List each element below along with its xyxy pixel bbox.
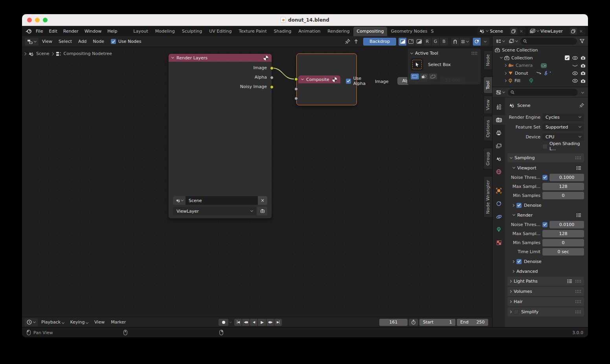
tab-render[interactable] (492, 115, 505, 125)
scene-selector[interactable]: Scene × (478, 27, 525, 35)
workspace-tab-modeling[interactable]: Modeling (152, 27, 178, 36)
render-layers-node-header[interactable]: Render Layers (169, 54, 272, 62)
color-alpha-channel-button[interactable] (399, 38, 407, 46)
render-denoise-row[interactable]: Denoise (507, 257, 584, 266)
expand-icon[interactable] (500, 56, 503, 59)
particles-badge-icon[interactable] (536, 71, 541, 75)
viewport-noise-threshold-value[interactable]: 0.1000 (549, 174, 584, 181)
render-subpanel-header[interactable]: Render (507, 211, 584, 219)
new-scene-button[interactable] (510, 28, 517, 35)
workspace-tab-sculpting[interactable]: Sculpting (178, 27, 206, 36)
preset-list-icon[interactable] (576, 166, 581, 170)
sidebar-tab-node-wrangler[interactable]: Node Wrangler (483, 176, 492, 218)
frame-end-field[interactable]: End 250 (457, 319, 488, 326)
light-data-badge-icon[interactable] (529, 78, 534, 83)
tab-texture[interactable] (492, 238, 505, 247)
expand-icon[interactable] (504, 64, 507, 67)
sampling-panel-header[interactable]: Sampling (507, 153, 584, 162)
outliner-row-scene-collection[interactable]: Scene Collection (492, 46, 588, 54)
collapse-arrow-icon[interactable] (23, 52, 26, 55)
properties-options-dropdown[interactable] (581, 91, 584, 94)
socket-z-input[interactable] (294, 97, 298, 100)
collapse-node-icon[interactable] (171, 56, 174, 59)
render-min-samples-value[interactable]: 0 (542, 239, 584, 246)
workspace-tab-uv-editing[interactable]: UV Editing (206, 27, 235, 36)
frame-start-field[interactable]: Start 1 (419, 319, 456, 326)
disable-render-icon[interactable] (581, 71, 586, 75)
menu-edit[interactable]: Edit (46, 27, 60, 35)
current-frame-field[interactable]: 161 (379, 319, 408, 326)
new-viewlayer-button[interactable] (570, 28, 577, 35)
alpha-channel-button[interactable] (415, 38, 423, 46)
timeline-editor-type-button[interactable] (24, 318, 38, 326)
preset-list-icon[interactable] (567, 279, 572, 283)
disable-render-icon[interactable] (581, 56, 586, 60)
sidebar-tab-group[interactable]: Group (483, 148, 492, 169)
menu-render[interactable]: Render (61, 27, 81, 35)
timeline-menu-view[interactable]: View (92, 318, 107, 326)
eye-open-icon[interactable] (572, 72, 578, 75)
next-keyframe-button[interactable]: ◆▶ (266, 319, 274, 326)
node-menu-add[interactable]: Add (75, 37, 89, 46)
node-menu-view[interactable]: View (39, 37, 55, 46)
render-denoise-checkbox[interactable] (516, 259, 522, 264)
render-single-layer-button[interactable] (257, 207, 267, 215)
workspace-tab-animation[interactable]: Animation (295, 27, 324, 36)
sidebar-tab-options[interactable]: Options (483, 116, 492, 142)
red-channel-button[interactable]: R (423, 38, 432, 46)
properties-editor-type-button[interactable] (494, 88, 506, 96)
previous-keyframe-button[interactable]: ◀◆ (242, 319, 250, 326)
socket-noisy-image-output[interactable] (270, 85, 274, 89)
play-reverse-button[interactable]: ◀ (250, 319, 257, 326)
socket-alpha-input[interactable] (294, 87, 298, 91)
workspace-tab-shading[interactable]: Shading (270, 27, 295, 36)
overlays-dropdown[interactable] (481, 38, 489, 46)
workspace-tab-texture-paint[interactable]: Texture Paint (235, 27, 270, 36)
advanced-subpanel-header[interactable]: Advanced (507, 267, 584, 276)
render-layers-scene-field[interactable]: Scene × (173, 196, 267, 205)
tab-scene[interactable] (492, 154, 505, 164)
pin-icon[interactable] (579, 103, 584, 108)
tab-tool[interactable] (492, 102, 505, 112)
close-window-button[interactable] (27, 18, 32, 22)
properties-search-input[interactable] (508, 89, 578, 96)
workspace-tab-scripting-cut[interactable]: S (431, 27, 434, 36)
camera-data-badge-icon[interactable] (541, 63, 547, 68)
outliner-row-collection[interactable]: Collection (492, 54, 588, 62)
tab-view-layer[interactable] (492, 141, 505, 151)
outliner-display-mode-button[interactable] (494, 37, 506, 45)
hair-panel-header[interactable]: Hair (507, 297, 584, 306)
tab-constraints[interactable] (492, 199, 505, 208)
render-noise-threshold-value[interactable]: 0.0100 (549, 221, 584, 228)
clear-scene-button[interactable]: × (258, 196, 267, 205)
simplify-checkbox[interactable] (514, 309, 519, 314)
workspace-tab-compositing[interactable]: Compositing (353, 27, 388, 36)
drag-handle[interactable] (575, 300, 581, 303)
render-layers-viewlayer-dropdown[interactable]: ViewLayer (173, 207, 256, 215)
render-noise-threshold-checkbox[interactable] (542, 222, 548, 227)
timeline-menu-marker[interactable]: Marker (108, 318, 129, 326)
time-limit-value[interactable]: 0 sec (542, 248, 584, 256)
outliner-row-fill[interactable]: Fill (492, 77, 588, 85)
unlink-scene-icon[interactable]: × (519, 29, 524, 34)
blue-channel-button[interactable]: B (440, 38, 448, 46)
remove-viewlayer-icon[interactable]: × (579, 29, 584, 34)
green-channel-button[interactable]: G (432, 38, 440, 46)
socket-alpha-output[interactable] (270, 76, 274, 79)
use-alpha-checkbox[interactable] (346, 79, 351, 84)
node-canvas[interactable]: Scene Compositing Nodetree Render Layers… (22, 47, 492, 317)
feature-set-dropdown[interactable]: Supported (542, 123, 584, 131)
snap-magnet-icon[interactable] (451, 38, 459, 46)
select-mode-extend-button[interactable] (420, 74, 428, 79)
tab-object-data[interactable] (492, 225, 505, 234)
socket-image-output[interactable] (270, 66, 274, 70)
auto-keying-button[interactable] (219, 319, 228, 326)
color-channel-button[interactable] (407, 38, 415, 46)
preset-list-icon[interactable] (576, 213, 581, 217)
drag-handle[interactable] (575, 156, 581, 160)
disable-render-icon[interactable] (581, 79, 586, 83)
tab-object[interactable] (492, 186, 505, 195)
viewport-denoise-checkbox[interactable] (516, 203, 522, 208)
viewport-min-samples-value[interactable]: 0 (542, 192, 584, 199)
use-nodes-checkbox[interactable] (111, 39, 116, 44)
